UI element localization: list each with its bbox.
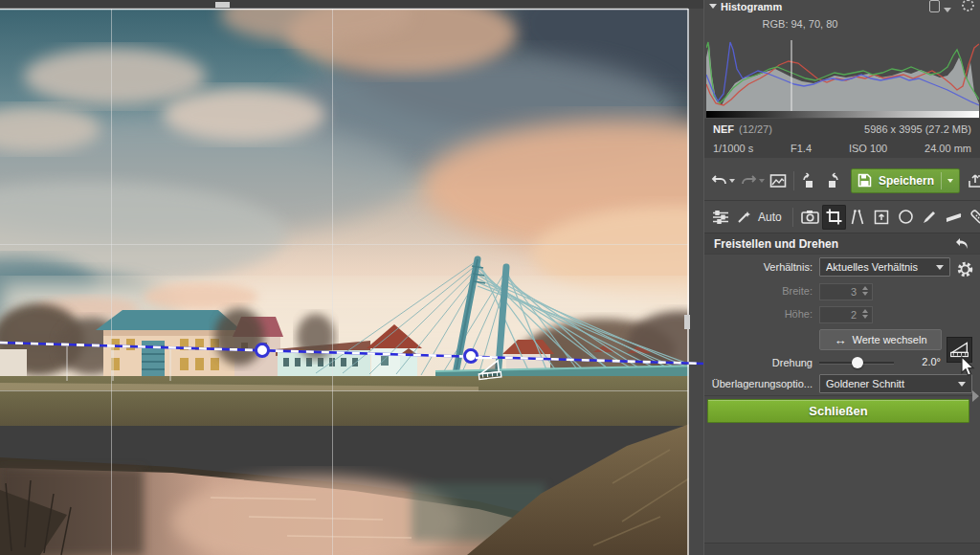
panel-expander-arrow[interactable] [972,390,979,402]
snapshot-icon[interactable] [929,0,940,12]
straighten-tool[interactable] [846,205,870,230]
ratio-dropdown[interactable]: Aktuelles Verhältnis [819,257,950,277]
width-input[interactable]: 3 [819,283,873,300]
app-window: Histogramm RGB: 94, 70, 80 NEF(12/27) 59… [0,0,980,555]
collapse-triangle-icon[interactable] [709,4,717,9]
undo-history-caret[interactable] [729,179,735,183]
exif-aperture: F1.4 [791,143,812,154]
overlay-dropdown-value: Goldener Schnitt [826,378,953,389]
save-button-label: Speichern [879,174,934,188]
brush-tool[interactable] [918,205,942,230]
histogram-chart [706,36,979,111]
crop-dim-top [0,0,703,9]
swap-arrows-icon: ↔ [834,334,846,346]
level-tool-cursor-icon [478,361,501,380]
redo-history-caret[interactable] [759,179,765,183]
tone-gradient-strip [706,111,979,118]
rotate-right-button[interactable] [820,169,841,192]
rotation-slider-knob[interactable] [852,357,863,368]
exif-focal-length: 24.00 mm [924,143,971,154]
height-value: 2 [851,309,857,321]
crop-section-header: Freistellen und Drehen [704,233,980,255]
gear-icon[interactable] [962,0,974,11]
rotation-slider[interactable] [819,362,894,365]
crop-section-title: Freistellen und Drehen [714,237,951,251]
overlay-options-label: Überlagerungsoptio... [707,378,813,389]
export-button[interactable] [966,169,980,192]
width-label: Breite: [707,285,813,297]
side-panel: Histogramm RGB: 94, 70, 80 NEF(12/27) 59… [703,0,980,555]
exif-iso: ISO 100 [849,143,887,154]
toolbar-separator [793,171,794,190]
redo-button[interactable] [738,169,759,192]
tools-toolbar: Auto [704,200,980,233]
healing-tool[interactable] [966,205,980,230]
close-button[interactable]: Schließen [707,399,969,423]
rotate-left-button[interactable] [799,169,820,192]
dropdown-arrow-icon [958,382,966,387]
crop-frame[interactable] [0,2,690,555]
rotation-handle-left[interactable] [256,344,269,357]
auto-enhance-label[interactable]: Auto [758,211,782,224]
ratio-dropdown-value: Aktuelles Verhältnis [826,261,931,273]
rotation-value: 2.0° [901,356,941,367]
exif-shutter: 1/1000 s [713,143,753,154]
reset-section-button[interactable] [951,233,972,255]
swap-values-label: Werte wechseln [852,334,926,345]
file-format: NEF [713,123,734,135]
rotation-handle-right[interactable] [465,350,478,363]
dropdown-arrow-icon [936,265,944,270]
swap-values-button[interactable]: ↔ Werte wechseln [819,329,942,350]
mouse-cursor [961,356,976,377]
rgb-readout: RGB: 94, 70, 80 [733,18,867,30]
width-value: 3 [851,286,857,298]
width-spinner[interactable] [862,286,868,296]
overlay-dropdown[interactable]: Goldener Schnitt [819,374,972,393]
perspective-tool[interactable] [870,205,894,230]
auto-enhance-wand-icon[interactable] [732,205,756,230]
histogram-title: Histogramm [721,1,782,12]
crop-overlay [0,0,703,555]
crop-tool[interactable] [822,205,846,230]
file-info-row: NEF(12/27) 5986 x 3995 (27.2 MB) [704,119,980,139]
panel-divider [704,395,980,396]
rotation-line[interactable] [0,343,703,364]
tools-separator [792,208,793,227]
height-label: Höhe: [707,308,813,320]
crop-handle-right[interactable] [684,315,690,329]
height-input[interactable]: 2 [819,306,873,323]
undo-button[interactable] [708,169,729,192]
ratio-label: Verhältnis: [707,261,813,273]
compare-original-button[interactable] [768,169,789,192]
exif-row: 1/1000 s F1.4 ISO 100 24.00 mm [704,139,980,158]
develop-tool[interactable] [798,205,822,230]
floppy-icon [858,173,872,188]
vignette-tool[interactable] [894,205,918,230]
panel-bottom-strip [704,543,980,555]
chevron-down-icon[interactable] [944,8,951,12]
gradient-filter-tool[interactable] [942,205,966,230]
save-options-caret[interactable] [947,179,953,183]
histogram-header[interactable]: Histogramm [704,0,980,15]
save-button[interactable]: Speichern [851,168,960,193]
crop-handle-top[interactable] [215,2,230,8]
rotation-label: Drehung [707,357,813,368]
height-spinner[interactable] [862,309,868,319]
quick-adjustments-tool[interactable] [708,205,732,230]
file-index: (12/27) [739,123,772,135]
history-toolbar: Speichern [704,163,980,198]
crop-dim-right [689,9,703,555]
ratio-settings-gear-icon[interactable] [954,257,975,280]
file-dimensions: 5986 x 3995 (27.2 MB) [864,123,971,135]
golden-ratio-grid [0,9,688,555]
photo-canvas[interactable] [0,0,703,555]
close-button-label: Schließen [809,404,867,418]
save-split-divider [941,172,942,189]
